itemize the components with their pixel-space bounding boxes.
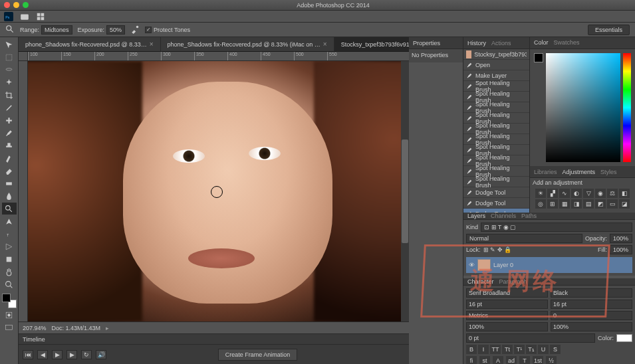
invert-icon[interactable]: ◨	[571, 199, 582, 209]
font-style[interactable]: Black	[551, 288, 632, 298]
ruler-horizontal[interactable]: 100150200250300350400450500550	[28, 52, 409, 61]
properties-tab[interactable]: Properties	[413, 40, 440, 46]
lasso-tool[interactable]	[2, 64, 17, 76]
character-tab[interactable]: Character	[467, 278, 494, 285]
hand-tool[interactable]	[2, 266, 17, 278]
dodge-tool[interactable]	[2, 203, 17, 215]
baseline[interactable]: 0 pt	[466, 333, 595, 343]
blend-mode[interactable]: Normal	[466, 234, 582, 243]
marquee-tool[interactable]	[2, 51, 17, 63]
zoom-level[interactable]: 207.94%	[23, 325, 47, 331]
visibility-icon[interactable]: 👁	[469, 262, 475, 268]
eyedropper-tool[interactable]	[2, 102, 17, 114]
super-icon[interactable]: T¹	[514, 345, 525, 354]
workspace-switcher[interactable]: Essentials	[588, 25, 630, 35]
gradient-tool[interactable]	[2, 177, 17, 189]
quickmask-icon[interactable]	[2, 309, 17, 321]
blur-tool[interactable]	[2, 190, 17, 202]
color-field[interactable]	[546, 53, 620, 163]
posterize-icon[interactable]: ▤	[583, 199, 594, 209]
brush-tool[interactable]	[2, 127, 17, 139]
swatches-tab[interactable]: Swatches	[554, 39, 580, 46]
timeline-tab[interactable]: Timeline	[23, 336, 45, 343]
bridge-icon[interactable]	[20, 12, 29, 21]
pen-tool[interactable]	[2, 215, 17, 227]
ps-logo-icon[interactable]: Ps	[4, 12, 13, 21]
kerning[interactable]: Metrics	[466, 311, 548, 320]
tab-doc-3[interactable]: Stocksy_txpef3b793f6v9100_Small_1116168.…	[334, 37, 409, 51]
zoom-window[interactable]	[23, 2, 29, 8]
photo-filter-icon[interactable]: ◎	[535, 199, 546, 209]
lookup-icon[interactable]: ▦	[559, 199, 570, 209]
channel-mixer-icon[interactable]: ⊞	[547, 199, 558, 209]
paragraph-tab[interactable]: Paragraph	[499, 278, 527, 285]
airbrush-icon[interactable]	[130, 25, 140, 35]
doc-info[interactable]: Doc: 1.43M/1.43M	[52, 325, 101, 331]
first-frame-icon[interactable]: ⏮	[23, 350, 33, 359]
next-frame-icon[interactable]: ▶	[66, 350, 77, 359]
minimize-window[interactable]	[13, 2, 19, 8]
foreground-swatch[interactable]	[534, 53, 543, 62]
levels-icon[interactable]: ▞	[547, 189, 558, 198]
layers-tab[interactable]: Layers	[467, 213, 485, 219]
ruler-origin[interactable]	[19, 52, 28, 61]
screenmode-icon[interactable]	[2, 321, 17, 333]
layer-filter[interactable]: ⊡ ⊞ T ◉ ▢	[481, 223, 632, 232]
close-window[interactable]	[4, 2, 10, 8]
type-tool[interactable]: T	[2, 228, 17, 240]
bold-icon[interactable]: B	[466, 345, 477, 354]
history-step[interactable]: Dodge Tool	[463, 187, 529, 198]
close-icon[interactable]: ×	[150, 41, 154, 48]
fill-input[interactable]: 100%	[610, 245, 632, 254]
close-icon[interactable]: ×	[323, 41, 327, 48]
loop-icon[interactable]: ↻	[81, 350, 92, 359]
text-color[interactable]	[616, 334, 632, 342]
smallcaps-icon[interactable]: Tt	[502, 345, 513, 354]
underline-icon[interactable]: U	[538, 345, 549, 354]
tab-doc-2[interactable]: phone_Shadows fix-Recovered.psd @ 8.33% …	[161, 37, 334, 51]
exposure-input[interactable]: 50%	[106, 25, 125, 35]
crop-tool[interactable]	[2, 89, 17, 101]
italic-icon[interactable]: I	[478, 345, 489, 354]
selective-icon[interactable]: ◪	[619, 199, 630, 209]
prev-frame-icon[interactable]: ◀	[37, 350, 48, 359]
dodge-tool-icon[interactable]	[5, 25, 15, 35]
create-frame-button[interactable]: Create Frame Animation	[218, 349, 298, 361]
layer-thumbnail[interactable]	[477, 259, 491, 271]
move-tool[interactable]	[2, 39, 17, 50]
color-swatches[interactable]	[2, 294, 17, 308]
exposure-icon[interactable]: ◐	[571, 189, 582, 198]
history-brush-tool[interactable]	[2, 152, 17, 164]
tab-doc-1[interactable]: phone_Shadows fix-Recovered.psd @ 8.33…×	[19, 37, 161, 51]
adjustments-tab[interactable]: Adjustments	[563, 169, 596, 175]
shape-tool[interactable]	[2, 253, 17, 265]
path-tool[interactable]	[2, 240, 17, 252]
layer-name[interactable]: Layer 0	[493, 262, 513, 268]
sub-icon[interactable]: T₁	[526, 345, 537, 354]
mini-bridge-icon[interactable]	[36, 12, 45, 21]
hue-slider[interactable]	[623, 53, 631, 163]
brightness-icon[interactable]: ☀	[535, 189, 546, 198]
scrollbar-vertical[interactable]	[401, 61, 409, 321]
wand-tool[interactable]	[2, 76, 17, 88]
actions-tab[interactable]: Actions	[491, 40, 511, 46]
audio-icon[interactable]: 🔊	[96, 350, 106, 359]
paths-tab[interactable]: Paths	[521, 213, 537, 219]
leading[interactable]: 16 pt	[551, 300, 632, 309]
history-snapshot[interactable]: Stocksy_txpef3b793f6v9100_S…	[463, 49, 529, 60]
protect-tones-checkbox[interactable]: ✓	[145, 27, 152, 33]
layer-row[interactable]: 👁Layer 0	[466, 257, 632, 273]
vscale[interactable]: 100%	[466, 322, 548, 331]
vibrance-icon[interactable]: ▽	[583, 189, 594, 198]
libraries-tab[interactable]: Libraries	[534, 169, 557, 175]
gradient-map-icon[interactable]: ▭	[607, 199, 618, 209]
tracking[interactable]: 0	[551, 311, 632, 320]
hscale[interactable]: 100%	[551, 322, 632, 331]
history-tab[interactable]: History	[467, 40, 486, 46]
stamp-tool[interactable]	[2, 139, 17, 151]
color-tab[interactable]: Color	[534, 39, 549, 46]
styles-tab[interactable]: Styles	[600, 169, 617, 175]
eraser-tool[interactable]	[2, 165, 17, 177]
font-family[interactable]: Serif Broadland	[466, 288, 548, 298]
healing-tool[interactable]	[2, 114, 17, 126]
